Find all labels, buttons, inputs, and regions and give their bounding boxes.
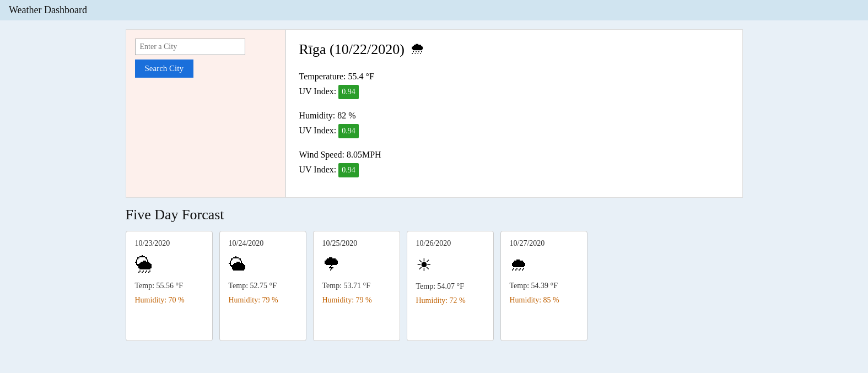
uv-label-3: UV Index: [299, 165, 337, 174]
forecast-date: 10/23/2020 [135, 239, 203, 248]
forecast-temp: Temp: 54.39 °F [510, 282, 578, 290]
forecast-humidity: Humidity: 79 % [322, 296, 391, 305]
city-name-date: Rīga (10/22/2020) [299, 41, 405, 58]
forecast-date: 10/25/2020 [322, 239, 391, 248]
temperature-label: Temperature: 55.4 °F [299, 72, 374, 81]
top-row: Search City Rīga (10/22/2020) 🌨 Temperat… [126, 29, 743, 198]
city-name: Rīga [299, 41, 326, 57]
forecast-temp: Temp: 52.75 °F [229, 282, 297, 290]
forecast-humidity: Humidity: 85 % [510, 296, 578, 305]
city-search-input[interactable] [135, 39, 245, 55]
uv-line-2: UV Index: 0.94 [299, 123, 729, 138]
humidity-line: Humidity: 82 % [299, 108, 729, 123]
uv-label-2: UV Index: [299, 126, 337, 135]
forecast-card: 10/26/2020 ☀ Temp: 54.07 °F Humidity: 72… [407, 231, 494, 341]
forecast-temp: Temp: 54.07 °F [416, 282, 484, 291]
forecast-date: 10/24/2020 [229, 239, 297, 248]
humidity-label: Humidity: 82 % [299, 111, 356, 120]
humidity-block: Humidity: 82 % UV Index: 0.94 [299, 108, 729, 138]
five-day-section: Five Day Forcast 10/23/2020 🌦 Temp: 55.5… [126, 207, 743, 341]
forecast-temp: Temp: 55.56 °F [135, 282, 203, 290]
forecast-icon: 🌦 [135, 255, 203, 275]
forecast-card: 10/23/2020 🌦 Temp: 55.56 °F Humidity: 70… [126, 231, 213, 341]
forecast-humidity: Humidity: 79 % [229, 296, 297, 305]
app-header: Weather Dashboard [0, 0, 868, 20]
forecast-temp: Temp: 53.71 °F [322, 282, 391, 290]
uv-line-3: UV Index: 0.94 [299, 162, 729, 177]
forecast-title: Five Day Forcast [126, 207, 743, 223]
forecast-icon: ☀ [416, 255, 484, 275]
temperature-block: Temperature: 55.4 °F UV Index: 0.94 [299, 69, 729, 99]
search-panel: Search City [126, 29, 285, 198]
forecast-card: 10/25/2020 🌩 Temp: 53.71 °F Humidity: 79… [313, 231, 400, 341]
wind-line: Wind Speed: 8.05MPH [299, 147, 729, 162]
forecast-icon: 🌧 [510, 255, 578, 275]
forecast-card: 10/24/2020 🌥 Temp: 52.75 °F Humidity: 79… [219, 231, 306, 341]
uv-label-1: UV Index: [299, 87, 337, 96]
main-content: Search City Rīga (10/22/2020) 🌨 Temperat… [0, 20, 868, 350]
forecast-humidity: Humidity: 72 % [416, 296, 484, 305]
forecast-card: 10/27/2020 🌧 Temp: 54.39 °F Humidity: 85… [500, 231, 587, 341]
app-title: Weather Dashboard [9, 4, 87, 15]
forecast-icon: 🌥 [229, 255, 297, 275]
wind-block: Wind Speed: 8.05MPH UV Index: 0.94 [299, 147, 729, 177]
uv-badge-2: 0.94 [338, 124, 359, 138]
forecast-icon: 🌩 [322, 255, 391, 275]
uv-badge-3: 0.94 [338, 163, 359, 177]
weather-date: 10/22/2020 [335, 41, 400, 57]
forecast-date: 10/27/2020 [510, 239, 578, 248]
forecast-cards: 10/23/2020 🌦 Temp: 55.56 °F Humidity: 70… [126, 231, 743, 341]
uv-badge-1: 0.94 [338, 85, 359, 99]
uv-line-1: UV Index: 0.94 [299, 84, 729, 99]
forecast-humidity: Humidity: 70 % [135, 296, 203, 305]
weather-icon-current: 🌨 [410, 41, 424, 58]
temperature-line: Temperature: 55.4 °F [299, 69, 729, 84]
wind-label: Wind Speed: 8.05MPH [299, 150, 381, 159]
forecast-date: 10/26/2020 [416, 239, 484, 248]
search-city-button[interactable]: Search City [135, 60, 193, 78]
current-weather-panel: Rīga (10/22/2020) 🌨 Temperature: 55.4 °F… [285, 29, 743, 198]
city-title: Rīga (10/22/2020) 🌨 [299, 41, 729, 58]
